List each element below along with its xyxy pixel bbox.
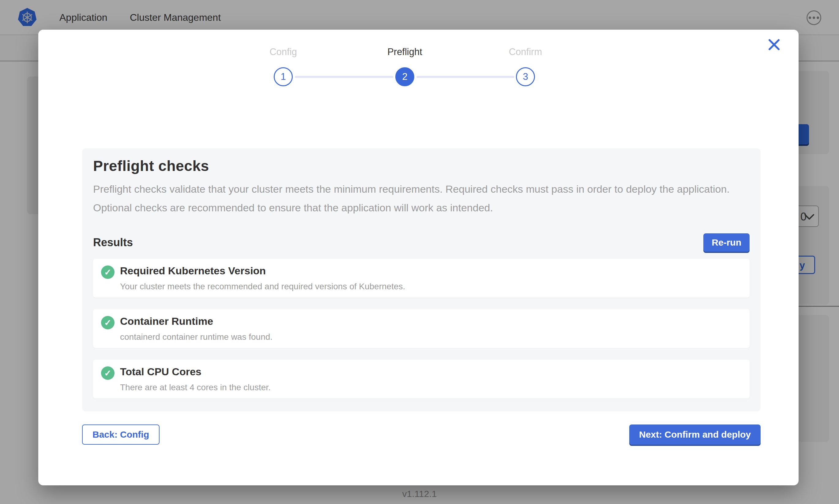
preflight-description: Preflight checks validate that your clus… (93, 180, 750, 217)
step-circle-preflight[interactable]: 2 (395, 67, 414, 86)
check-detail: There are at least 4 cores in the cluste… (120, 383, 742, 392)
step-label-config: Config (234, 47, 332, 57)
step-connector (295, 76, 393, 78)
check-row-total-cpu-cores: ✓ Total CPU Cores There are at least 4 c… (93, 360, 750, 398)
rerun-button[interactable]: Re-run (703, 233, 750, 252)
check-list: ✓ Required Kubernetes Version Your clust… (93, 259, 750, 398)
close-icon[interactable] (766, 36, 782, 53)
check-row-kubernetes-version: ✓ Required Kubernetes Version Your clust… (93, 259, 750, 298)
results-bar: Results Re-run (93, 233, 750, 252)
check-pass-icon: ✓ (101, 316, 115, 329)
check-title: Total CPU Cores (120, 366, 742, 378)
check-title: Container Runtime (120, 315, 742, 327)
page-title: Preflight checks (93, 158, 750, 174)
check-detail: Your cluster meets the recommended and r… (120, 282, 742, 291)
check-title: Required Kubernetes Version (120, 265, 742, 277)
step-circle-confirm[interactable]: 3 (516, 67, 535, 86)
next-confirm-deploy-button[interactable]: Next: Confirm and deploy (629, 425, 760, 445)
check-text: Total CPU Cores There are at least 4 cor… (120, 366, 742, 392)
step-label-preflight: Preflight (356, 47, 454, 57)
check-row-container-runtime: ✓ Container Runtime containerd container… (93, 309, 750, 348)
check-text: Required Kubernetes Version Your cluster… (120, 265, 742, 291)
check-text: Container Runtime containerd container r… (120, 315, 742, 342)
step-circle-config[interactable]: 1 (274, 67, 293, 86)
step-label-confirm: Confirm (477, 47, 575, 57)
check-detail: containerd container runtime was found. (120, 332, 742, 342)
screen: Application Cluster Management 0 y v1.11… (0, 0, 839, 504)
results-heading: Results (93, 236, 133, 249)
preflight-panel: Preflight checks Preflight checks valida… (82, 148, 760, 411)
step-connector (416, 76, 514, 78)
preflight-modal: Config Preflight Confirm 1 2 3 Preflight… (38, 30, 799, 485)
check-pass-icon: ✓ (101, 366, 115, 380)
check-pass-icon: ✓ (101, 266, 115, 279)
back-config-button[interactable]: Back: Config (82, 425, 159, 445)
